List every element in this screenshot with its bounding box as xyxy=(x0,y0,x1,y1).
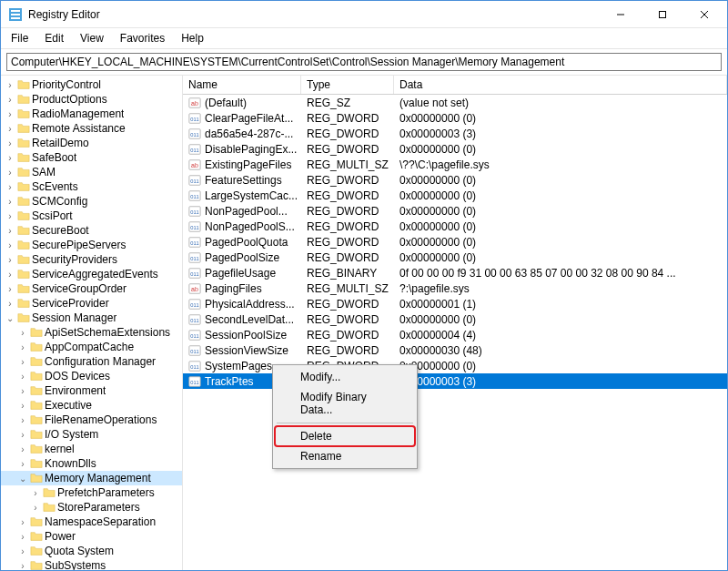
tree-item[interactable]: ›RadioManagement xyxy=(1,107,182,121)
value-row[interactable]: 011SessionViewSizeREG_DWORD0x00000030 (4… xyxy=(183,342,727,358)
tree-item[interactable]: ›Quota System xyxy=(1,544,182,558)
tree-item[interactable]: ›ServiceProvider xyxy=(1,296,182,311)
value-row[interactable]: 011PagefileUsageREG_BINARY0f 00 00 00 f9… xyxy=(183,265,727,280)
chevron-right-icon[interactable]: › xyxy=(17,415,28,425)
address-bar[interactable] xyxy=(6,53,722,71)
chevron-right-icon[interactable]: › xyxy=(5,284,15,294)
chevron-right-icon[interactable]: › xyxy=(17,328,28,338)
tree-item[interactable]: ›I/O System xyxy=(1,427,182,442)
tree-item[interactable]: ›NamespaceSeparation xyxy=(1,515,182,529)
maximize-button[interactable] xyxy=(642,1,683,28)
menu-edit[interactable]: Edit xyxy=(38,30,70,46)
chevron-right-icon[interactable]: › xyxy=(5,95,15,105)
value-row[interactable]: abPagingFilesREG_MULTI_SZ?:\pagefile.sys xyxy=(183,280,727,296)
tree-item[interactable]: ›DOS Devices xyxy=(1,369,182,383)
tree-item[interactable]: ›SecurityProviders xyxy=(1,252,182,267)
value-row[interactable]: 011SessionPoolSizeREG_DWORD0x00000004 (4… xyxy=(183,327,727,342)
menu-file[interactable]: File xyxy=(5,30,35,46)
close-button[interactable] xyxy=(683,1,725,28)
chevron-right-icon[interactable]: › xyxy=(30,488,41,498)
chevron-right-icon[interactable]: › xyxy=(17,430,28,440)
chevron-right-icon[interactable]: › xyxy=(5,197,15,207)
menu-favorites[interactable]: Favorites xyxy=(114,30,171,46)
chevron-right-icon[interactable]: › xyxy=(17,372,28,382)
tree-item[interactable]: ›Remote Assistance xyxy=(1,121,182,136)
chevron-right-icon[interactable]: › xyxy=(5,124,15,134)
tree-item[interactable]: ›ProductOptions xyxy=(1,92,182,107)
tree-item[interactable]: ›ScsiPort xyxy=(1,209,182,223)
tree-item[interactable]: ›Executive xyxy=(1,398,182,413)
tree-item[interactable]: ›ServiceGroupOrder xyxy=(1,281,182,296)
chevron-right-icon[interactable]: › xyxy=(17,342,28,352)
key-tree[interactable]: ›PriorityControl›ProductOptions›RadioMan… xyxy=(1,76,183,570)
tree-item[interactable]: ›StoreParameters xyxy=(1,500,182,515)
tree-item[interactable]: ›FileRenameOperations xyxy=(1,413,182,427)
chevron-right-icon[interactable]: › xyxy=(5,182,15,192)
chevron-right-icon[interactable]: › xyxy=(5,153,15,163)
chevron-down-icon[interactable]: ⌄ xyxy=(5,313,15,323)
tree-item[interactable]: ›Configuration Manager xyxy=(1,354,182,369)
ctx-modify-binary[interactable]: Modify Binary Data... xyxy=(275,387,415,420)
value-row[interactable]: 011PhysicalAddress...REG_DWORD0x00000001… xyxy=(183,296,727,311)
ctx-rename[interactable]: Rename xyxy=(275,446,415,466)
chevron-right-icon[interactable]: › xyxy=(17,532,28,542)
chevron-right-icon[interactable]: › xyxy=(5,168,15,178)
tree-item[interactable]: ›SecurePipeServers xyxy=(1,238,182,252)
chevron-right-icon[interactable]: › xyxy=(5,270,15,280)
tree-item[interactable]: ›SafeBoot xyxy=(1,150,182,165)
value-row[interactable]: 011TrackPtesREG_DWORD0x00000003 (3) xyxy=(183,373,727,389)
value-row[interactable]: abExistingPageFilesREG_MULTI_SZ\??\C:\pa… xyxy=(183,157,727,172)
value-row[interactable]: 011NonPagedPool...REG_DWORD0x00000000 (0… xyxy=(183,203,727,219)
chevron-right-icon[interactable]: › xyxy=(5,211,15,221)
tree-item[interactable]: ›Environment xyxy=(1,383,182,398)
menu-help[interactable]: Help xyxy=(175,30,210,46)
chevron-right-icon[interactable]: › xyxy=(17,444,28,454)
value-row[interactable]: 011PagedPoolQuotaREG_DWORD0x00000000 (0) xyxy=(183,234,727,250)
tree-item[interactable]: ›SubSystems xyxy=(1,558,182,570)
value-row[interactable]: 011da56a5e4-287c-...REG_DWORD0x00000003 … xyxy=(183,126,727,141)
tree-item[interactable]: ›ServiceAggregatedEvents xyxy=(1,267,182,281)
chevron-right-icon[interactable]: › xyxy=(17,561,28,571)
chevron-right-icon[interactable]: › xyxy=(5,240,15,250)
value-row[interactable]: 011NonPagedPoolS...REG_DWORD0x00000000 (… xyxy=(183,219,727,234)
tree-item[interactable]: ›SecureBoot xyxy=(1,223,182,238)
ctx-modify[interactable]: Modify... xyxy=(275,367,415,387)
tree-item[interactable]: ›PriorityControl xyxy=(1,77,182,92)
ctx-delete[interactable]: Delete xyxy=(275,426,415,446)
col-data[interactable]: Data xyxy=(394,76,727,94)
value-row[interactable]: 011SecondLevelDat...REG_DWORD0x00000000 … xyxy=(183,311,727,327)
tree-item[interactable]: ⌄Session Manager xyxy=(1,311,182,325)
minimize-button[interactable] xyxy=(600,1,642,28)
tree-item[interactable]: ›SCMConfig xyxy=(1,194,182,209)
tree-item[interactable]: ›ApiSetSchemaExtensions xyxy=(1,325,182,340)
chevron-right-icon[interactable]: › xyxy=(5,109,15,119)
value-row[interactable]: ab(Default)REG_SZ(value not set) xyxy=(183,95,727,110)
chevron-right-icon[interactable]: › xyxy=(5,255,15,265)
value-row[interactable]: 011DisablePagingEx...REG_DWORD0x00000000… xyxy=(183,141,727,157)
col-type[interactable]: Type xyxy=(301,76,394,94)
value-row[interactable]: 011LargeSystemCac...REG_DWORD0x00000000 … xyxy=(183,188,727,203)
value-row[interactable]: 011PagedPoolSizeREG_DWORD0x00000000 (0) xyxy=(183,250,727,265)
tree-item[interactable]: ›SAM xyxy=(1,165,182,179)
chevron-right-icon[interactable]: › xyxy=(5,299,15,309)
tree-item[interactable]: ›KnownDlls xyxy=(1,456,182,471)
value-rows[interactable]: ab(Default)REG_SZ(value not set)011Clear… xyxy=(183,95,727,570)
chevron-down-icon[interactable]: ⌄ xyxy=(17,474,28,484)
tree-item[interactable]: ›AppCompatCache xyxy=(1,340,182,354)
chevron-right-icon[interactable]: › xyxy=(30,503,41,513)
value-row[interactable]: 011FeatureSettingsREG_DWORD0x00000000 (0… xyxy=(183,172,727,188)
tree-item[interactable]: ›RetailDemo xyxy=(1,136,182,150)
menu-view[interactable]: View xyxy=(74,30,110,46)
tree-item[interactable]: ›Power xyxy=(1,529,182,544)
tree-item[interactable]: ›kernel xyxy=(1,442,182,456)
chevron-right-icon[interactable]: › xyxy=(5,80,15,90)
chevron-right-icon[interactable]: › xyxy=(17,517,28,527)
chevron-right-icon[interactable]: › xyxy=(17,459,28,469)
chevron-right-icon[interactable]: › xyxy=(17,401,28,411)
chevron-right-icon[interactable]: › xyxy=(17,546,28,556)
chevron-right-icon[interactable]: › xyxy=(17,357,28,367)
chevron-right-icon[interactable]: › xyxy=(5,138,15,148)
value-row[interactable]: 011SystemPagesREG_DWORD0x00000000 (0) xyxy=(183,358,727,373)
value-row[interactable]: 011ClearPageFileAt...REG_DWORD0x00000000… xyxy=(183,110,727,126)
tree-item[interactable]: ›ScEvents xyxy=(1,179,182,194)
